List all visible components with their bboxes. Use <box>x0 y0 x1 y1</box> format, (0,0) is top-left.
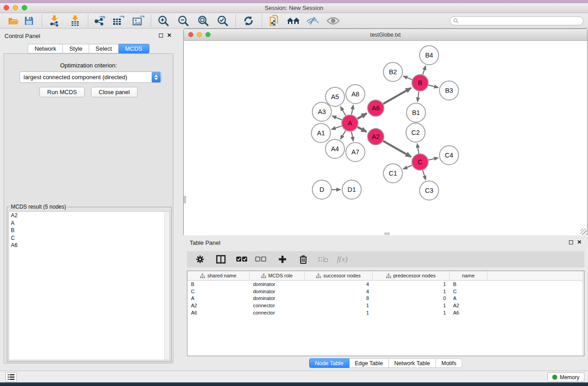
edge-A6-B[interactable] <box>383 88 411 104</box>
close-panel-icon[interactable]: ✕ <box>167 33 172 38</box>
tab-network-table[interactable]: Network Table <box>389 358 436 368</box>
node-B[interactable]: B <box>412 75 428 91</box>
close-panel-button[interactable]: Close panel <box>91 87 138 97</box>
cell[interactable]: B <box>187 281 249 287</box>
tab-style[interactable]: Style <box>63 44 89 53</box>
table-row[interactable]: A2connector11A2 <box>187 302 584 309</box>
node-A[interactable]: A <box>342 115 358 131</box>
column-header-shared-name[interactable]: shared name <box>187 271 249 280</box>
result-item[interactable]: A2 <box>9 212 169 219</box>
select-all-button[interactable] <box>236 256 248 262</box>
refresh-button[interactable] <box>241 14 256 27</box>
import-table-button[interactable] <box>67 14 83 27</box>
hide-graphics-details-button[interactable] <box>305 14 320 27</box>
column-header-MCDS-role[interactable]: MCDS role <box>249 271 305 280</box>
edge-B-B4[interactable] <box>423 66 425 75</box>
result-item[interactable]: A <box>9 219 169 227</box>
cell[interactable]: 1 <box>373 289 449 294</box>
resize-grip[interactable] <box>580 229 587 235</box>
add-column-button[interactable] <box>277 255 288 264</box>
table-scrollbar[interactable] <box>583 271 584 356</box>
node-A1[interactable]: A1 <box>311 124 330 143</box>
import-network-button[interactable] <box>47 14 62 27</box>
node-A7[interactable]: A7 <box>346 143 365 162</box>
edge-C-C2[interactable] <box>417 144 419 154</box>
node-B3[interactable]: B3 <box>440 81 459 100</box>
zoom-in-button[interactable] <box>156 14 171 27</box>
edge-A-A3[interactable] <box>332 116 342 120</box>
cell[interactable]: 1 <box>305 303 373 308</box>
column-header-successor-nodes[interactable]: successor nodes <box>305 271 373 280</box>
edge-A-A6[interactable] <box>357 114 367 119</box>
column-header-predecessor-nodes[interactable]: predecessor nodes <box>373 271 449 280</box>
table-row[interactable]: A6connector11A6 <box>187 309 584 316</box>
cell[interactable]: 1 <box>373 310 449 315</box>
edge-A-A1[interactable] <box>332 126 342 129</box>
zoom-out-button[interactable] <box>176 14 191 27</box>
export-image-button[interactable] <box>130 14 146 27</box>
edge-B-B1[interactable] <box>417 91 419 101</box>
cell[interactable]: 0 <box>373 295 449 301</box>
close-table-panel-icon[interactable]: ✕ <box>577 240 582 244</box>
table-settings-button[interactable] <box>194 255 206 264</box>
network-canvas[interactable]: AA1A3A5A8A4A7A6A2BB1B2B3B4CC1C2C3C4DD1 <box>184 41 587 235</box>
float-table-panel-icon[interactable] <box>569 240 573 244</box>
home-button[interactable] <box>286 14 301 27</box>
edge-B-B2[interactable] <box>403 76 412 80</box>
cell[interactable]: 1 <box>305 310 373 315</box>
edge-C-C4[interactable] <box>428 158 438 160</box>
edge-C-C3[interactable] <box>423 170 426 180</box>
memory-button[interactable]: Memory <box>547 372 584 382</box>
node-A8[interactable]: A8 <box>346 85 365 104</box>
tab-mcds[interactable]: MCDS <box>119 44 149 53</box>
tab-motifs[interactable]: Motifs <box>436 358 462 368</box>
cell[interactable]: A6 <box>449 310 488 315</box>
edge-B-B3[interactable] <box>428 85 438 88</box>
mcds-result-list[interactable]: A2ABCA6 <box>9 211 170 360</box>
show-graphics-details-button[interactable] <box>325 14 341 27</box>
zoom-fit-button[interactable] <box>196 14 211 27</box>
node-B2[interactable]: B2 <box>383 62 402 81</box>
cell[interactable]: dominator <box>249 289 305 294</box>
node-D1[interactable]: D1 <box>342 180 361 199</box>
edge-A-A7[interactable] <box>352 132 354 141</box>
table-row[interactable]: Bdominator41B <box>187 281 584 288</box>
search-input[interactable] <box>460 17 583 24</box>
network-graph[interactable]: AA1A3A5A8A4A7A6A2BB1B2B3B4CC1C2C3C4DD1 <box>184 41 587 235</box>
edge-A-A8[interactable] <box>352 105 354 115</box>
table-row[interactable]: Cdominator41C <box>187 288 584 295</box>
node-B1[interactable]: B1 <box>406 103 425 122</box>
edge-A-A5[interactable] <box>340 107 345 116</box>
cell[interactable]: A2 <box>449 303 488 308</box>
cell[interactable]: connector <box>249 310 305 315</box>
run-mcds-button[interactable]: Run MCDS <box>39 87 85 97</box>
edge-A-A4[interactable] <box>341 130 346 139</box>
deselect-all-button[interactable] <box>255 256 267 262</box>
network-window-titlebar[interactable]: testGlobe.txt <box>184 29 587 41</box>
edge-A-A2[interactable] <box>358 127 367 132</box>
network-file-button[interactable] <box>267 14 282 27</box>
column-header-name[interactable]: name <box>449 271 488 280</box>
show-column-button[interactable] <box>215 255 227 264</box>
node-C3[interactable]: C3 <box>420 181 439 200</box>
task-history-button[interactable] <box>5 372 17 382</box>
vertical-scroll-thumb[interactable] <box>184 196 186 203</box>
delete-table-button[interactable] <box>317 256 329 263</box>
node-C4[interactable]: C4 <box>440 146 459 165</box>
cell[interactable]: 4 <box>305 289 373 294</box>
main-titlebar[interactable]: Session: New Session <box>0 3 588 13</box>
cell[interactable]: A6 <box>187 310 249 315</box>
node-C2[interactable]: C2 <box>406 123 425 142</box>
node-A5[interactable]: A5 <box>325 87 344 106</box>
cell[interactable]: 8 <box>305 295 373 301</box>
zoom-selected-button[interactable] <box>215 14 230 27</box>
export-table-button[interactable] <box>110 14 126 27</box>
cell[interactable]: C <box>449 289 488 294</box>
tab-edge-table[interactable]: Edge Table <box>349 358 389 368</box>
horizontal-scroll-thumb[interactable] <box>384 233 390 235</box>
node-A4[interactable]: A4 <box>325 139 344 158</box>
node-C[interactable]: C <box>412 154 428 170</box>
node-A3[interactable]: A3 <box>312 102 331 121</box>
delete-column-button[interactable] <box>297 255 309 264</box>
node-table[interactable]: shared nameMCDS rolesuccessor nodesprede… <box>187 271 584 356</box>
